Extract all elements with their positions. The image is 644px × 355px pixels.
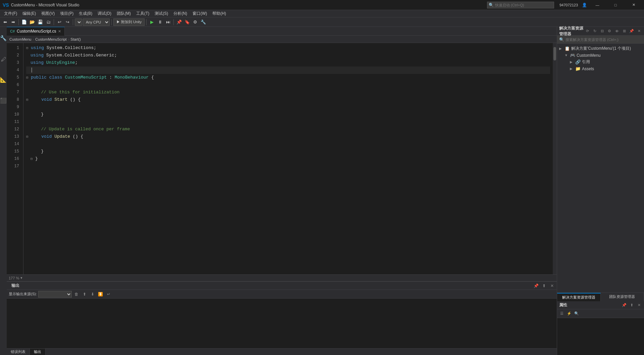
se-sync-btn[interactable]: ⟳ [584, 28, 590, 34]
output-clear-btn[interactable]: 🗑 [73, 291, 80, 298]
output-scroll-down-btn[interactable]: ⬇ [89, 291, 96, 298]
new-file-button[interactable]: 📄 [20, 18, 28, 26]
menu-team[interactable]: 团队(M) [114, 10, 133, 17]
se-collapse-btn[interactable]: ⊟ [599, 28, 605, 34]
bottom-float-button[interactable]: ⬆ [541, 282, 547, 289]
se-refresh-btn[interactable]: ↻ [592, 28, 598, 34]
bottom-tab-error-list[interactable]: 错误列表 [7, 349, 30, 355]
right-tab-solution[interactable]: 解决方案资源管理器 [557, 293, 601, 301]
step-button[interactable]: ⏭ [164, 18, 172, 26]
tree-item-custommenu[interactable]: ▼ 🎮 CustomMenu [557, 52, 644, 58]
platform-dropdown[interactable]: Any CPU [83, 18, 110, 26]
properties-panel: 属性 📌 ⬆ ✕ ☰ ⚡ 🔍 [557, 301, 644, 355]
tree-item-solution[interactable]: ▶ 📋 解决方案'CustomMenu'(1 个项目) [557, 45, 644, 52]
breadcrumb-sep-2: › [68, 37, 69, 41]
maximize-button[interactable]: □ [608, 0, 623, 10]
toolbar-sep-5 [146, 19, 147, 25]
tab-file-icon: C# [10, 29, 15, 33]
collapse-1[interactable]: ⊟ [26, 46, 30, 51]
output-scroll-end-btn[interactable]: ⏬ [97, 291, 104, 298]
attach-unity-label: ▶ 附加到 Unity [116, 19, 142, 25]
se-close-btn[interactable]: ✕ [636, 28, 642, 34]
properties-close-btn[interactable]: ✕ [636, 302, 642, 308]
collapse-13[interactable]: ⊟ [26, 134, 30, 139]
bottom-pin-button[interactable]: 📌 [533, 282, 539, 289]
output-word-wrap-btn[interactable]: ↵ [105, 291, 112, 298]
output-source-select[interactable] [38, 291, 72, 298]
breadcrumb-item-2[interactable]: CustomMenuScript [35, 37, 67, 41]
configuration-dropdown[interactable]: Debug [75, 18, 82, 26]
menu-project[interactable]: 项目(P) [57, 10, 76, 17]
undo-button[interactable]: ↩ [56, 18, 63, 26]
code-content[interactable]: ⊟ using System.Collections; using System… [23, 43, 553, 274]
scroll-thumb[interactable] [553, 47, 556, 60]
tree-item-references[interactable]: ▶ 🔗 引用 [557, 58, 644, 65]
redo-button[interactable]: ↪ [64, 18, 71, 26]
toolbar-more-3[interactable]: ⚙ [192, 18, 199, 26]
tab-close-button[interactable]: ✕ [58, 29, 61, 34]
menu-window[interactable]: 窗口(W) [190, 10, 210, 17]
solution-search[interactable]: 🔍 [557, 36, 644, 44]
prop-cat-btn[interactable]: ⚡ [566, 310, 573, 317]
collapse-16[interactable]: ⊟ [31, 157, 35, 162]
zoom-control[interactable]: 177 % ▾ [9, 276, 22, 280]
pause-button[interactable]: ⏸ [156, 18, 164, 26]
right-tab-team[interactable]: 团队资源管理器 [601, 293, 644, 301]
menu-view[interactable]: 视图(V) [39, 10, 57, 17]
menu-test[interactable]: 测试(S) [152, 10, 171, 17]
menu-analyze[interactable]: 分析(N) [171, 10, 190, 17]
solution-search-input[interactable] [566, 38, 642, 42]
tree-item-assets[interactable]: ▶ 📁 Assets [557, 65, 644, 72]
prop-list-btn[interactable]: ☰ [558, 310, 565, 317]
breadcrumb-item-3[interactable]: Start() [70, 37, 81, 41]
code-area[interactable]: 1 2 3 4 5 6 7 8 9 10 11 12 13 14 15 16 1… [7, 43, 557, 274]
open-button[interactable]: 📂 [29, 18, 36, 26]
play-button[interactable]: ▶ [148, 18, 156, 26]
output-source-label: 显示输出来源(S): [9, 292, 37, 297]
minimize-button[interactable]: — [590, 0, 605, 10]
editor-scrollbar[interactable] [553, 43, 557, 274]
collapse-5[interactable]: ⊟ [26, 75, 30, 80]
left-icon-3[interactable]: 📐 [0, 70, 6, 90]
back-button[interactable]: ⬅ [1, 18, 9, 26]
menu-build[interactable]: 生成(B) [76, 10, 95, 17]
forward-button[interactable]: ➡ [9, 18, 17, 26]
quick-launch-search[interactable]: 🔍 [487, 2, 554, 8]
attach-unity-button[interactable]: ▶ 附加到 Unity [113, 18, 145, 26]
left-icon-1[interactable]: 🔧 [0, 28, 6, 48]
tab-custommenuscript[interactable]: C# CustomMenuScript.cs ✕ [7, 27, 65, 36]
bottom-tab-output[interactable]: 输出 [30, 349, 46, 355]
save-button[interactable]: 💾 [37, 18, 44, 26]
zoom-dropdown-icon[interactable]: ▾ [20, 276, 22, 280]
menu-debug[interactable]: 调试(D) [95, 10, 114, 17]
breadcrumb-item-1[interactable]: CustomMenu [9, 37, 31, 41]
collapse-8[interactable]: ⊟ [26, 97, 30, 102]
menu-file[interactable]: 文件(F) [1, 10, 20, 17]
se-pin-btn[interactable]: 📌 [629, 28, 635, 34]
toolbar-more-1[interactable]: 📌 [175, 18, 183, 26]
zoom-label[interactable]: 177 % [9, 276, 19, 280]
tree-arrow-custommenu: ▼ [565, 53, 569, 57]
code-line-12: // Update is called once per frame [26, 126, 550, 133]
se-preview-btn[interactable]: 👁 [614, 28, 620, 34]
editor-container: C# CustomMenuScript.cs ✕ CustomMenu › Cu… [7, 27, 557, 355]
menu-edit[interactable]: 编辑(E) [20, 10, 39, 17]
bottom-close-button[interactable]: ✕ [549, 282, 555, 289]
properties-pin-btn[interactable]: 📌 [621, 302, 627, 308]
se-properties-btn[interactable]: ⚙ [606, 28, 612, 34]
toolbar-more-2[interactable]: 🔖 [183, 18, 191, 26]
left-icon-4[interactable]: ⬛ [0, 91, 6, 111]
menu-tools[interactable]: 工具(T) [133, 10, 152, 17]
save-all-button[interactable]: 🗂 [45, 18, 52, 26]
output-scroll-up-btn[interactable]: ⬆ [81, 291, 88, 298]
line-num-12: 12 [9, 126, 20, 133]
properties-float-btn[interactable]: ⬆ [629, 302, 635, 308]
line-num-2: 2 [9, 52, 20, 59]
toolbar-more-4[interactable]: 🔧 [200, 18, 207, 26]
se-filter-btn[interactable]: ⊞ [621, 28, 627, 34]
quick-launch-input[interactable] [495, 3, 549, 7]
menu-help[interactable]: 帮助(H) [210, 10, 229, 17]
prop-search-btn[interactable]: 🔍 [573, 310, 580, 317]
left-icon-2[interactable]: 🖊 [0, 49, 6, 69]
close-button[interactable]: ✕ [626, 0, 641, 10]
